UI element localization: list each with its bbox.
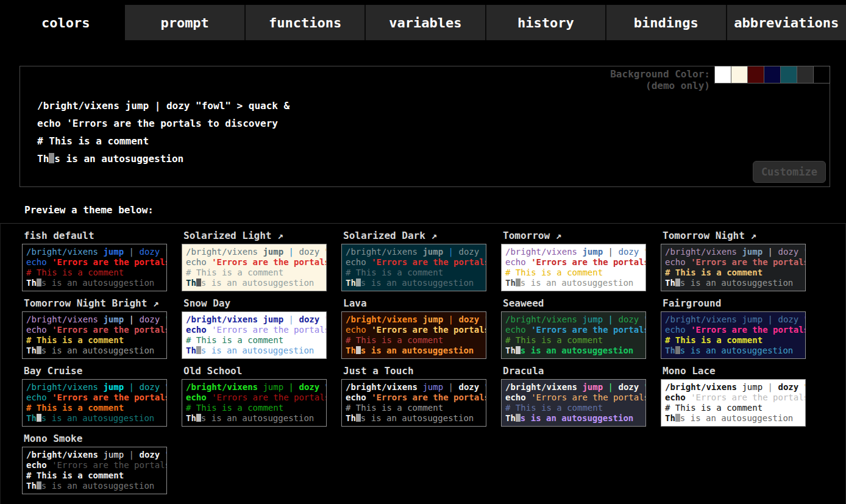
- sample-autosuggestion-line: Ths is an autosuggestion: [26, 346, 166, 356]
- demo-comment-line: # This is a comment: [37, 132, 830, 150]
- sample-comment-line: # This is a comment: [665, 335, 805, 346]
- theme-card-mono-lace[interactable]: /bright/vixens jump | dozy "echo 'Errors…: [661, 379, 806, 427]
- theme-title-tomorrow-night-bright[interactable]: Tomorrow Night Bright ↗: [24, 297, 167, 310]
- sample-autosuggestion-line: Ths is an autosuggestion: [186, 413, 326, 424]
- sample-comment-line: # This is a comment: [505, 403, 645, 413]
- tab-history[interactable]: history: [486, 5, 606, 40]
- sample-comment-line: # This is a comment: [346, 335, 486, 346]
- sample-error-line: echo 'Errors are the portals to discover…: [26, 460, 166, 470]
- theme-card-just-a-touch[interactable]: /bright/vixens jump | dozy "echo 'Errors…: [341, 379, 486, 427]
- sample-comment-line: # This is a comment: [505, 335, 645, 346]
- sample-autosuggestion-line: Ths is an autosuggestion: [505, 346, 645, 356]
- tab-variables[interactable]: variables: [366, 5, 486, 40]
- sample-autosuggestion-line: Ths is an autosuggestion: [346, 413, 486, 424]
- bg-swatch-charcoal[interactable]: [797, 66, 814, 83]
- theme-title-lava: Lava: [343, 297, 486, 310]
- bg-swatch-teal[interactable]: [780, 66, 797, 83]
- demo-error-line: echo 'Errors are the portals to discover…: [37, 115, 830, 132]
- sample-cursor-block: [675, 346, 680, 354]
- theme-title-tomorrow[interactable]: Tomorrow ↗: [503, 230, 646, 243]
- background-swatch-strip: [715, 66, 830, 83]
- demo-autosuggestion-line: Ths is an autosuggestion: [37, 150, 830, 168]
- sample-error-line: echo 'Errors are the portals to discover…: [186, 257, 326, 268]
- theme-dracula: Dracula/bright/vixens jump | dozy "echo …: [501, 365, 646, 427]
- sample-command-line: /bright/vixens jump | dozy ": [665, 382, 805, 392]
- bg-swatch-white[interactable]: [714, 66, 731, 83]
- theme-title-mono-smoke: Mono Smoke: [24, 433, 167, 445]
- theme-bay-cruise: Bay Cruise/bright/vixens jump | dozy "ec…: [22, 365, 167, 427]
- sample-comment-line: # This is a comment: [665, 403, 805, 413]
- sample-command-line: /bright/vixens jump | dozy ": [186, 247, 326, 257]
- tab-colors[interactable]: colors: [6, 5, 125, 40]
- theme-card-bay-cruise[interactable]: /bright/vixens jump | dozy "echo 'Errors…: [22, 379, 167, 427]
- bg-swatch-black[interactable]: [813, 66, 830, 83]
- sample-autosuggestion-line: Ths is an autosuggestion: [665, 346, 805, 356]
- theme-card-old-school[interactable]: /bright/vixens jump | dozy "echo 'Errors…: [182, 379, 327, 427]
- theme-title-bay-cruise: Bay Cruise: [24, 365, 167, 378]
- theme-title-mono-lace: Mono Lace: [663, 365, 806, 378]
- sample-comment-line: # This is a comment: [346, 268, 486, 278]
- customize-button[interactable]: Customize: [753, 161, 826, 183]
- theme-card-dracula[interactable]: /bright/vixens jump | dozy "echo 'Errors…: [501, 379, 646, 427]
- theme-title-just-a-touch: Just a Touch: [343, 365, 486, 378]
- sample-command-line: /bright/vixens jump | dozy ": [665, 247, 805, 257]
- theme-fairground: Fairground/bright/vixens jump | dozy "ec…: [661, 297, 806, 359]
- tab-bindings[interactable]: bindings: [606, 5, 727, 40]
- sample-cursor-block: [516, 279, 521, 286]
- theme-just-a-touch: Just a Touch/bright/vixens jump | dozy "…: [341, 365, 486, 427]
- theme-tomorrow: Tomorrow ↗/bright/vixens jump | dozy "ec…: [501, 230, 646, 291]
- bg-swatch-cream[interactable]: [731, 66, 748, 83]
- sample-error-line: echo 'Errors are the portals to discover…: [665, 257, 805, 268]
- theme-card-fairground[interactable]: /bright/vixens jump | dozy "echo 'Errors…: [661, 311, 806, 359]
- theme-title-snow-day: Snow Day: [183, 297, 327, 310]
- theme-card-seaweed[interactable]: /bright/vixens jump | dozy "echo 'Errors…: [501, 311, 646, 359]
- sample-comment-line: # This is a comment: [505, 268, 645, 278]
- theme-card-tomorrow[interactable]: /bright/vixens jump | dozy "echo 'Errors…: [501, 244, 646, 291]
- bg-swatch-maroon[interactable]: [747, 66, 764, 83]
- sample-error-line: echo 'Errors are the portals to discover…: [186, 392, 326, 403]
- theme-title-old-school: Old School: [183, 365, 327, 378]
- sample-command-line: /bright/vixens jump | dozy ": [26, 450, 166, 460]
- theme-lava: Lava/bright/vixens jump | dozy "echo 'Er…: [341, 297, 486, 359]
- sample-cursor-block: [37, 346, 41, 354]
- sample-comment-line: # This is a comment: [26, 335, 166, 346]
- sample-autosuggestion-line: Ths is an autosuggestion: [186, 346, 326, 356]
- sample-command-line: /bright/vixens jump | dozy ": [346, 382, 486, 392]
- tab-abbreviations[interactable]: abbreviations: [727, 5, 846, 40]
- theme-card-mono-smoke[interactable]: /bright/vixens jump | dozy "echo 'Errors…: [22, 447, 167, 494]
- theme-title-seaweed: Seaweed: [503, 297, 646, 310]
- sample-command-line: /bright/vixens jump | dozy ": [346, 247, 486, 257]
- theme-card-tomorrow-night[interactable]: /bright/vixens jump | dozy "echo 'Errors…: [661, 244, 806, 291]
- sample-cursor-block: [516, 414, 521, 422]
- theme-title-solarized-dark[interactable]: Solarized Dark ↗: [343, 230, 486, 243]
- sample-command-line: /bright/vixens jump | dozy ": [186, 314, 326, 325]
- sample-error-line: echo 'Errors are the portals to discover…: [665, 325, 805, 335]
- theme-title-tomorrow-night[interactable]: Tomorrow Night ↗: [663, 230, 806, 243]
- theme-card-snow-day[interactable]: /bright/vixens jump | dozy "echo 'Errors…: [182, 311, 327, 359]
- sample-command-line: /bright/vixens jump | dozy ": [346, 314, 486, 325]
- sample-comment-line: # This is a comment: [26, 268, 166, 278]
- theme-title-solarized-light[interactable]: Solarized Light ↗: [183, 230, 327, 243]
- demo-command-line: /bright/vixens jump | dozy "fowl" > quac…: [37, 97, 830, 115]
- sample-error-line: echo 'Errors are the portals to discover…: [505, 257, 645, 268]
- sample-autosuggestion-line: Ths is an autosuggestion: [665, 278, 805, 288]
- demo-cursor-block: [49, 153, 54, 163]
- tab-functions[interactable]: functions: [246, 5, 366, 40]
- theme-card-solarized-dark[interactable]: /bright/vixens jump | dozy "echo 'Errors…: [341, 244, 486, 291]
- theme-card-tomorrow-night-bright[interactable]: /bright/vixens jump | dozy "echo 'Errors…: [22, 311, 167, 359]
- theme-card-lava[interactable]: /bright/vixens jump | dozy "echo 'Errors…: [341, 311, 486, 359]
- theme-card-fish-default[interactable]: /bright/vixens jump | dozy "echo 'Errors…: [22, 244, 167, 291]
- theme-solarized-light: Solarized Light ↗/bright/vixens jump | d…: [182, 230, 327, 291]
- bg-swatch-navy[interactable]: [764, 66, 781, 83]
- sample-cursor-block: [356, 414, 361, 422]
- theme-tomorrow-night: Tomorrow Night ↗/bright/vixens jump | do…: [661, 230, 806, 291]
- sample-cursor-block: [196, 279, 201, 286]
- sample-command-line: /bright/vixens jump | dozy ": [26, 247, 166, 257]
- theme-old-school: Old School/bright/vixens jump | dozy "ec…: [182, 365, 327, 427]
- sample-autosuggestion-line: Ths is an autosuggestion: [26, 481, 166, 491]
- sample-comment-line: # This is a comment: [186, 268, 326, 278]
- tab-prompt[interactable]: prompt: [125, 5, 245, 40]
- theme-card-solarized-light[interactable]: /bright/vixens jump | dozy "echo 'Errors…: [182, 244, 327, 291]
- sample-cursor-block: [196, 414, 201, 422]
- theme-seaweed: Seaweed/bright/vixens jump | dozy "echo …: [501, 297, 646, 359]
